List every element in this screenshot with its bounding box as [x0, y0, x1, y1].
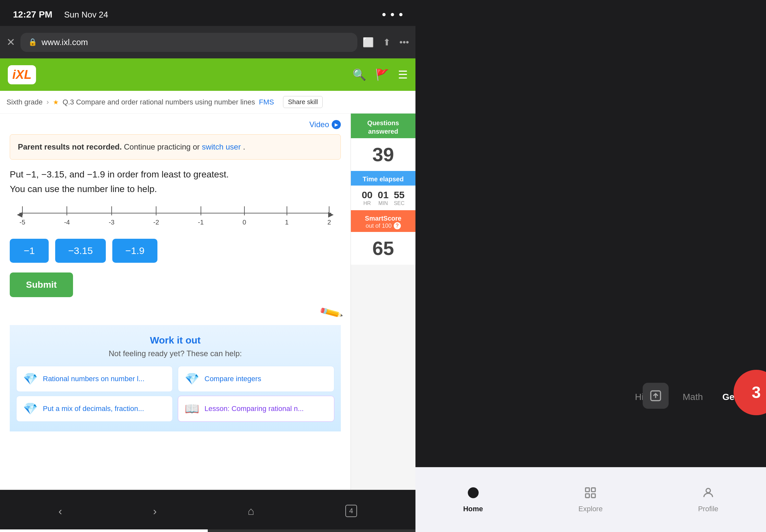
- logo-x: X: [16, 68, 24, 82]
- answer-block-3[interactable]: −1.9: [112, 239, 157, 263]
- status-icons: [382, 13, 403, 16]
- breadcrumb-grade[interactable]: Sixth grade: [6, 98, 43, 106]
- browser-nav: ‹ › ⌂ 4: [0, 490, 416, 532]
- ss-label: SmartScore: [365, 215, 401, 222]
- resource-cards: 💎 Rational numbers on number l... 💎 Comp…: [16, 366, 334, 392]
- tab-profile[interactable]: Profile: [685, 481, 731, 518]
- browser-close-button[interactable]: ✕: [6, 36, 15, 48]
- more-icon[interactable]: •••: [400, 37, 409, 47]
- ss-sublabel: out of 100: [365, 223, 392, 229]
- status-bar: 12:27 PM Sun Nov 24: [0, 0, 416, 26]
- answer-block-1[interactable]: −1: [10, 239, 49, 263]
- progress-bar-fill: [0, 529, 208, 532]
- time-unit-hr: 00 HR: [359, 189, 375, 206]
- svg-rect-7: [592, 494, 596, 498]
- work-it-out-section: Work it out Not feeling ready yet? These…: [10, 325, 341, 431]
- submit-button[interactable]: Submit: [10, 272, 73, 297]
- qa-number: 39: [351, 138, 416, 171]
- home-tab-icon: [467, 486, 480, 502]
- search-icon[interactable]: 🔍: [352, 68, 366, 81]
- tick-minus2: -2: [153, 206, 159, 226]
- browser-actions: ⬜ ⬆ •••: [362, 37, 409, 48]
- ss-help-icon[interactable]: ?: [394, 222, 401, 229]
- video-link[interactable]: Video ▶: [10, 120, 341, 129]
- home-tab-label: Home: [463, 505, 483, 513]
- breadcrumb-star: ★: [53, 98, 59, 106]
- work-it-out-title: Work it out: [16, 335, 334, 346]
- ixl-header-icons: 🔍 🚩 ☰: [352, 68, 408, 81]
- status-time: 12:27 PM: [13, 9, 52, 20]
- breadcrumb-fms[interactable]: FMS: [259, 98, 274, 106]
- switch-user-link[interactable]: switch user: [202, 142, 241, 151]
- resource-card-2[interactable]: 💎 Compare integers: [178, 366, 334, 392]
- min-label: MIN: [378, 200, 389, 206]
- app-dark-area: History Math Gen 3: [416, 0, 766, 467]
- explore-tab-label: Explore: [578, 505, 603, 513]
- ixl-logo: i X L: [8, 65, 36, 84]
- address-bar[interactable]: 🔒 www.ixl.com: [20, 33, 357, 52]
- svg-rect-6: [586, 494, 590, 498]
- status-date: Sun Nov 24: [64, 10, 108, 20]
- home-button[interactable]: ⌂: [248, 505, 254, 517]
- hr-label: HR: [361, 200, 372, 206]
- tick-2: 2: [327, 206, 331, 226]
- video-label: Video: [309, 120, 329, 129]
- resource-text-3: Put a mix of decimals, fraction...: [43, 405, 144, 413]
- parent-notice-text: Continue practicing or: [124, 142, 202, 151]
- te-label: Time elapsed: [354, 175, 412, 183]
- red-circle-badge[interactable]: 3: [734, 370, 766, 415]
- svg-point-8: [706, 489, 710, 493]
- smart-score-box: SmartScore out of 100 ?: [351, 210, 416, 232]
- menu-icon[interactable]: ☰: [398, 68, 408, 81]
- pencil-icon[interactable]: ✏️: [318, 300, 344, 325]
- time-elapsed-box: Time elapsed: [351, 171, 416, 186]
- main-content: Video ▶ Parent results not recorded. Con…: [0, 114, 416, 490]
- resource-card-1[interactable]: 💎 Rational numbers on number l...: [16, 366, 173, 392]
- flag-container: 🚩: [375, 68, 389, 81]
- bookmark-icon[interactable]: ⬜: [362, 37, 374, 48]
- resource-icon-3: 💎: [23, 402, 38, 416]
- time-minutes: 01: [378, 189, 389, 200]
- time-unit-sec: 55 SEC: [391, 189, 407, 206]
- number-line-container: ◀ ▶ -5 -4 -3 -2 -1 0 1 2: [10, 206, 341, 229]
- right-sidebar: Questions answered 39 Time elapsed 00 HR…: [350, 114, 416, 490]
- svg-rect-4: [586, 488, 590, 492]
- resource-card-4[interactable]: 📖 Lesson: Comparing rational n...: [178, 396, 334, 422]
- avatar-icon: [643, 383, 669, 409]
- app-tab-bar: Home Explore Profile: [416, 467, 766, 532]
- parent-notice-end: .: [243, 142, 245, 151]
- breadcrumb: Sixth grade › ★ Q.3 Compare and order ra…: [0, 91, 416, 114]
- tab-explore[interactable]: Explore: [565, 481, 616, 518]
- logo-i: i: [12, 68, 16, 82]
- menu-math[interactable]: Math: [683, 392, 703, 402]
- breadcrumb-skill[interactable]: Q.3 Compare and order rational numbers u…: [63, 98, 255, 106]
- tick-minus3: -3: [109, 206, 115, 226]
- browser-chrome: ✕ 🔒 www.ixl.com ⬜ ⬆ •••: [0, 26, 416, 58]
- share-icon[interactable]: ⬆: [383, 37, 391, 48]
- profile-tab-label: Profile: [698, 505, 718, 513]
- resource-icon-1: 💎: [23, 372, 38, 386]
- back-button[interactable]: ‹: [58, 505, 62, 517]
- tab-home[interactable]: Home: [450, 481, 496, 518]
- tabs-button[interactable]: 4: [345, 505, 357, 517]
- profile-tab-icon: [702, 486, 715, 502]
- qa-label: Questions answered: [354, 119, 412, 136]
- tick-minus4: -4: [64, 206, 70, 226]
- browser-content: i X L 🔍 🚩 ☰ Sixth grade › ★ Q.3 Compare …: [0, 58, 416, 490]
- resource-card-3[interactable]: 💎 Put a mix of decimals, fraction...: [16, 396, 173, 422]
- breadcrumb-sep-1: ›: [46, 98, 49, 106]
- forward-button[interactable]: ›: [153, 505, 157, 517]
- svg-rect-5: [592, 488, 596, 492]
- share-skill-button[interactable]: Share skill: [283, 96, 322, 108]
- dot-1: [382, 13, 386, 16]
- tick-0: 0: [242, 206, 246, 226]
- flag-icon[interactable]: 🚩: [375, 68, 389, 81]
- tick-minus5: -5: [19, 206, 25, 226]
- answer-block-2[interactable]: −3.15: [55, 239, 106, 263]
- ss-number: 65: [351, 232, 416, 265]
- answer-blocks: −1 −3.15 −1.9: [10, 239, 341, 263]
- questions-answered-box: Questions answered: [351, 114, 416, 138]
- url-text: www.ixl.com: [42, 37, 88, 47]
- tick-minus1: -1: [198, 206, 204, 226]
- resource-text-2: Compare integers: [204, 375, 261, 383]
